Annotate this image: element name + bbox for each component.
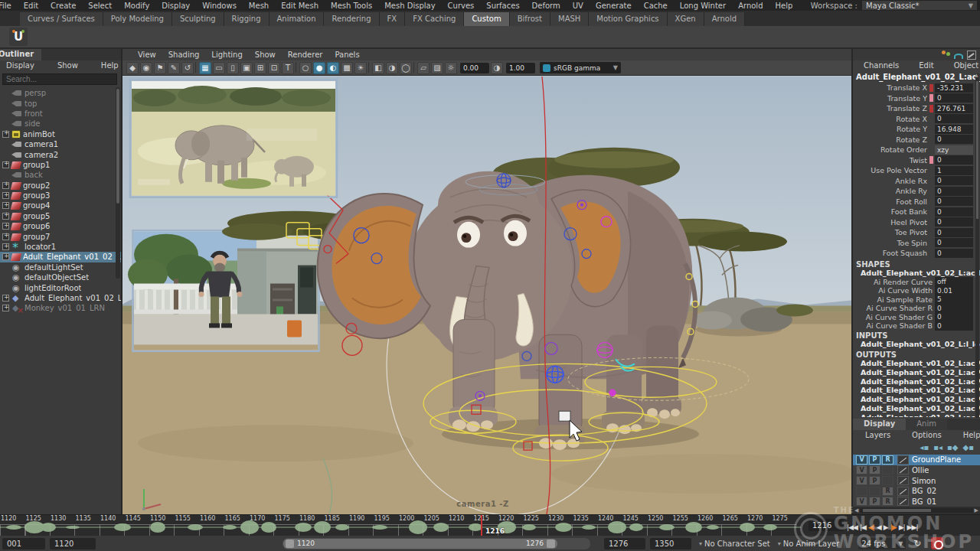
exposure-field[interactable]: 0.00 xyxy=(460,63,489,73)
expand-icon[interactable] xyxy=(2,192,9,199)
range-slider-groove[interactable]: 1120 1276 xyxy=(283,538,590,549)
layer-reference-toggle[interactable]: R xyxy=(882,487,893,496)
viewport-tool-icon[interactable]: ⊞ xyxy=(254,62,266,74)
outliner-item[interactable]: side xyxy=(0,119,121,129)
menu-item[interactable]: Long Winter xyxy=(674,2,732,10)
attribute-value-field[interactable]: 0 xyxy=(935,321,973,331)
expand-icon[interactable] xyxy=(2,100,9,107)
menu-item[interactable]: Mesh Tools xyxy=(325,2,378,10)
menu-item[interactable]: Arnold xyxy=(732,2,769,10)
output-node[interactable]: Adult_Elephant_v01_02_L:acProcess... xyxy=(853,395,980,404)
attribute-value-field[interactable]: 0 xyxy=(935,135,973,144)
attribute-value-field[interactable]: 0 xyxy=(935,155,973,165)
viewport-tool-icon[interactable]: ◉ xyxy=(140,62,152,74)
scroll-left-icon[interactable]: ◀ xyxy=(854,507,858,514)
viewport-tool-icon[interactable] xyxy=(195,62,198,73)
layer-playback-toggle[interactable] xyxy=(869,487,880,496)
playhead[interactable] xyxy=(481,515,482,536)
layer-playback-toggle[interactable]: P xyxy=(869,476,880,485)
layer-playback-toggle[interactable]: P xyxy=(869,455,880,465)
menu-item[interactable]: Display xyxy=(155,2,196,10)
move-down-layer-icon[interactable]: ◂▪ xyxy=(920,444,929,452)
shelf-tab[interactable]: Sculpting xyxy=(172,12,224,26)
tab-display[interactable]: Display xyxy=(853,419,906,430)
menu-item[interactable]: Renderer xyxy=(282,51,329,59)
outliner-item[interactable]: camera2 xyxy=(0,149,121,159)
output-node[interactable]: Adult_Elephant_v01_02_L:acProcess... xyxy=(853,368,980,377)
expand-icon[interactable] xyxy=(2,295,9,302)
expand-icon[interactable] xyxy=(2,243,9,250)
menu-item[interactable]: Deform xyxy=(526,2,567,10)
menu-item[interactable]: Shading xyxy=(162,51,206,59)
range-end-handle[interactable] xyxy=(547,540,555,548)
evaluation-gauge-icon[interactable] xyxy=(954,54,963,59)
animation-end-field[interactable]: 1350 xyxy=(650,538,691,549)
menu-item[interactable]: Mesh Display xyxy=(378,2,441,10)
expand-icon[interactable] xyxy=(2,110,9,117)
shelf-tab[interactable]: MASH xyxy=(550,12,589,26)
menu-item[interactable]: Create xyxy=(44,2,82,10)
viewport-tool-icon[interactable]: ▱ xyxy=(417,62,430,74)
viewport-canvas[interactable]: camera1 -Z xyxy=(122,77,851,514)
viewport-tool-icon[interactable]: ○ xyxy=(299,62,312,74)
outliner-item[interactable]: group4 xyxy=(0,201,121,210)
attribute-value-field[interactable]: 0 xyxy=(935,228,973,237)
layer-row[interactable]: V P Ollie xyxy=(853,465,980,476)
exposure-icon[interactable]: ☼ xyxy=(445,62,457,74)
attribute-value-field[interactable]: 0 xyxy=(935,197,973,206)
workspace-dropdown[interactable]: Maya Classic* ▼ xyxy=(862,1,977,10)
current-frame-field[interactable]: 1216 xyxy=(808,519,844,531)
outliner-item[interactable]: locator1 xyxy=(0,242,121,252)
menu-item[interactable]: Modify xyxy=(118,2,155,10)
chevron-down-icon[interactable]: ▾ xyxy=(699,540,702,547)
attribute-value-field[interactable]: 0 xyxy=(935,238,973,247)
viewport-tool-icon[interactable] xyxy=(368,62,371,73)
playback-end-field[interactable]: 1276 xyxy=(604,538,645,549)
viewport-tool-icon[interactable]: ▩ xyxy=(341,62,353,74)
shelf-tab[interactable]: FX xyxy=(380,12,406,26)
menu-item[interactable]: Select xyxy=(82,2,118,10)
layer-visibility-toggle[interactable] xyxy=(856,487,867,496)
layer-playback-toggle[interactable]: P xyxy=(869,465,880,474)
expand-icon[interactable] xyxy=(2,264,9,271)
outliner-scrollbar[interactable] xyxy=(116,87,120,279)
viewport-tool-icon[interactable]: ◧ xyxy=(372,62,384,74)
menu-item[interactable]: Lighting xyxy=(205,51,248,59)
menu-item[interactable]: Surfaces xyxy=(480,2,525,10)
viewport-tool-icon[interactable]: ◐ xyxy=(327,62,339,74)
input-node[interactable]: Adult_Elephant_v01_02_L:l_leg_stret... xyxy=(853,340,980,349)
character-set-selector[interactable]: No Character Set xyxy=(704,540,770,548)
shelf-tab[interactable]: Custom xyxy=(464,12,509,26)
outliner-item[interactable]: Monkey_v01_01_LRN xyxy=(0,303,121,313)
animation-start-field[interactable]: 001 xyxy=(2,538,45,549)
viewport-tool-icon[interactable]: ⚑ xyxy=(154,62,166,74)
expand-icon[interactable] xyxy=(2,152,9,158)
outliner-item[interactable]: group2 xyxy=(0,181,121,191)
attribute-value-field[interactable]: -35.231 xyxy=(935,83,973,93)
outliner-item[interactable]: group6 xyxy=(0,221,121,231)
menu-item[interactable]: Generate xyxy=(590,2,638,10)
expand-icon[interactable] xyxy=(2,274,9,281)
profiler-icon[interactable] xyxy=(967,51,976,60)
shelf-tab[interactable]: Arnold xyxy=(704,12,745,26)
playback-button[interactable]: ▶▶| xyxy=(907,523,918,531)
menu-item[interactable]: Show xyxy=(249,51,282,59)
menu-item[interactable]: File xyxy=(0,2,18,10)
timeline-ruler[interactable]: 1120112511301135114011451150115511601165… xyxy=(0,515,801,536)
gamma-icon[interactable]: ◑ xyxy=(491,62,503,74)
add-selected-layer-icon[interactable]: ◆▪ xyxy=(963,444,974,452)
shelf-tab[interactable]: XGen xyxy=(668,12,704,26)
gamma-field[interactable]: 1.00 xyxy=(506,63,535,73)
menu-item[interactable]: Windows xyxy=(196,2,243,10)
viewport-tool-icon[interactable]: ▦ xyxy=(199,62,211,74)
viewport-tool-icon[interactable] xyxy=(296,62,298,73)
shelf-tab[interactable]: Rendering xyxy=(324,12,379,26)
playback-button[interactable]: ▶ xyxy=(884,523,888,531)
move-up-layer-icon[interactable]: ▪◂ xyxy=(933,444,942,452)
output-node[interactable]: Adult_Elephant_v01_02_L:acProcess... xyxy=(853,359,980,368)
anim-layer-selector[interactable]: No Anim Layer xyxy=(783,540,840,548)
attribute-value-field[interactable]: xzy xyxy=(935,145,973,155)
attribute-value-field[interactable]: 0 xyxy=(935,217,973,227)
menu-item[interactable]: Cache xyxy=(638,2,674,10)
layer-color-swatch[interactable] xyxy=(897,465,909,474)
